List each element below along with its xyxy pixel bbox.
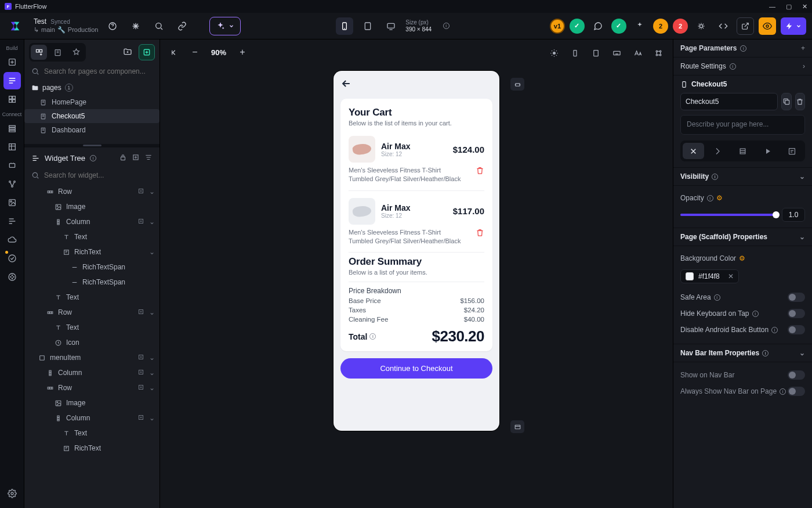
widget-search-input[interactable]	[44, 171, 153, 179]
checkout-button[interactable]: Continue to Checkout	[340, 358, 492, 379]
ai-tools-dropdown[interactable]	[209, 17, 241, 35]
tree-node[interactable]: RichText⌄	[24, 244, 160, 260]
component-tag-icon[interactable]	[510, 420, 524, 433]
rail-functions[interactable]	[3, 212, 21, 230]
tree-node[interactable]: Row⌄	[24, 380, 160, 395]
rail-add[interactable]	[3, 53, 21, 71]
widget-search[interactable]	[24, 169, 160, 184]
tab-templates[interactable]	[49, 45, 66, 60]
chat-icon[interactable]	[589, 17, 607, 35]
keyboard-icon[interactable]	[608, 44, 625, 62]
show-nav-toggle[interactable]	[788, 370, 805, 380]
info-icon[interactable]: i	[780, 388, 786, 395]
minimize-button[interactable]: —	[769, 3, 775, 10]
route-settings-row[interactable]: Route Settings i ›	[673, 57, 812, 75]
info-icon[interactable]: i	[762, 350, 768, 356]
page-name-input[interactable]	[680, 93, 778, 110]
visibility-header[interactable]: Visibilityi ⌄	[673, 168, 812, 186]
bug-icon[interactable]	[693, 17, 710, 35]
rail-api[interactable]	[3, 157, 21, 174]
rail-flows[interactable]	[3, 175, 21, 193]
copy-icon[interactable]	[781, 93, 792, 110]
disable-back-toggle[interactable]	[788, 325, 805, 334]
zoom-level[interactable]: 90%	[209, 48, 229, 57]
page-search[interactable]	[24, 65, 160, 80]
hide-keyboard-toggle[interactable]	[788, 309, 805, 318]
status-check-1[interactable]: ✓	[570, 19, 585, 34]
info-icon[interactable]: i	[730, 63, 736, 70]
mode-backend[interactable]	[732, 143, 753, 159]
always-nav-toggle[interactable]	[788, 387, 805, 396]
tree-node[interactable]: Text	[24, 229, 160, 244]
bg-color-chip[interactable]: #f1f4f8 ✕	[680, 269, 739, 283]
page-search-input[interactable]	[44, 67, 153, 75]
search-icon[interactable]	[150, 17, 168, 35]
page-item[interactable]: Dashboard	[24, 123, 160, 137]
error-badge[interactable]: 2	[673, 19, 688, 34]
clear-color-icon[interactable]: ✕	[728, 272, 734, 280]
expand-icon[interactable]	[132, 153, 140, 163]
page-description-input[interactable]: Describe your page here...	[680, 115, 805, 135]
mode-code[interactable]	[781, 143, 803, 159]
open-external-icon[interactable]	[737, 17, 754, 35]
tree-node[interactable]: RichText	[24, 441, 160, 456]
sparkle-icon[interactable]	[631, 17, 648, 35]
version-badge[interactable]: v1	[550, 19, 565, 34]
info-icon[interactable]: i	[771, 327, 778, 333]
rail-tests[interactable]	[3, 250, 21, 267]
tab-components[interactable]	[31, 45, 47, 60]
size-info-icon[interactable]: i	[437, 17, 455, 35]
scaffold-header[interactable]: Page (Scaffold) Properties ⌄	[673, 228, 812, 246]
tree-node[interactable]: Text	[24, 290, 160, 305]
info-icon[interactable]: i	[707, 195, 713, 201]
lock-icon[interactable]	[119, 153, 127, 163]
tab-marketplace[interactable]	[68, 45, 84, 60]
brightness-icon[interactable]	[545, 44, 563, 62]
rail-media[interactable]	[3, 194, 21, 211]
component-tag-icon[interactable]	[510, 78, 524, 91]
tree-node[interactable]: Column⌄	[24, 214, 160, 229]
delete-icon[interactable]	[476, 166, 484, 177]
rail-data[interactable]	[3, 138, 21, 156]
project-info[interactable]: Test Synced ↳ main 🔧 Production	[34, 17, 98, 34]
info-icon[interactable]: i	[740, 45, 746, 52]
multi-view-icon[interactable]	[650, 44, 667, 62]
pages-header[interactable]: pages 1	[24, 80, 160, 95]
help-icon[interactable]	[104, 17, 121, 35]
keyboard-shortcuts-icon[interactable]	[127, 17, 144, 35]
info-icon[interactable]: i	[752, 311, 759, 317]
rail-layers[interactable]	[3, 91, 21, 108]
tree-node[interactable]: Row⌄	[24, 305, 160, 320]
tree-node[interactable]: Column⌄	[24, 410, 160, 426]
safe-area-toggle[interactable]	[788, 293, 805, 302]
device-preview[interactable]: Your Cart Below is the list of items in …	[334, 71, 499, 431]
canvas[interactable]: − 90% + Your Cart Below is the list of i…	[160, 39, 673, 508]
page-parameters-row[interactable]: Page Parameters i +	[673, 39, 812, 57]
zoom-out-icon[interactable]: −	[187, 44, 203, 60]
device-phone[interactable]	[336, 17, 353, 35]
panel-resize-handle[interactable]	[24, 144, 160, 147]
mode-design[interactable]	[683, 143, 704, 159]
tree-node[interactable]: RichTextSpan	[24, 260, 160, 275]
collapse-sidebar-icon[interactable]	[166, 44, 182, 60]
tree-node[interactable]: Column⌄	[24, 365, 160, 380]
rail-cloud[interactable]	[3, 231, 21, 248]
page-item[interactable]: Checkout5	[24, 109, 160, 123]
opacity-value[interactable]: 1.0	[782, 208, 805, 222]
code-icon[interactable]	[715, 17, 732, 35]
warning-badge-1[interactable]: 2	[653, 19, 668, 34]
orient-phone-icon[interactable]	[566, 44, 583, 62]
rail-database[interactable]	[3, 120, 21, 137]
collapse-all-icon[interactable]	[144, 153, 153, 163]
tree-node[interactable]: Image	[24, 395, 160, 410]
tree-node[interactable]: menuItem⌄	[24, 350, 160, 365]
tree-node[interactable]: Text	[24, 426, 160, 441]
navbar-header[interactable]: Nav Bar Item Propertiesi ⌄	[673, 344, 812, 362]
delete-icon[interactable]	[476, 228, 484, 239]
run-button[interactable]	[781, 17, 806, 35]
zoom-in-icon[interactable]: +	[234, 44, 251, 60]
add-icon[interactable]: +	[801, 44, 805, 52]
tree-node[interactable]: Icon	[24, 335, 160, 350]
info-icon[interactable]: i	[369, 333, 376, 340]
opacity-slider[interactable]	[680, 214, 776, 216]
